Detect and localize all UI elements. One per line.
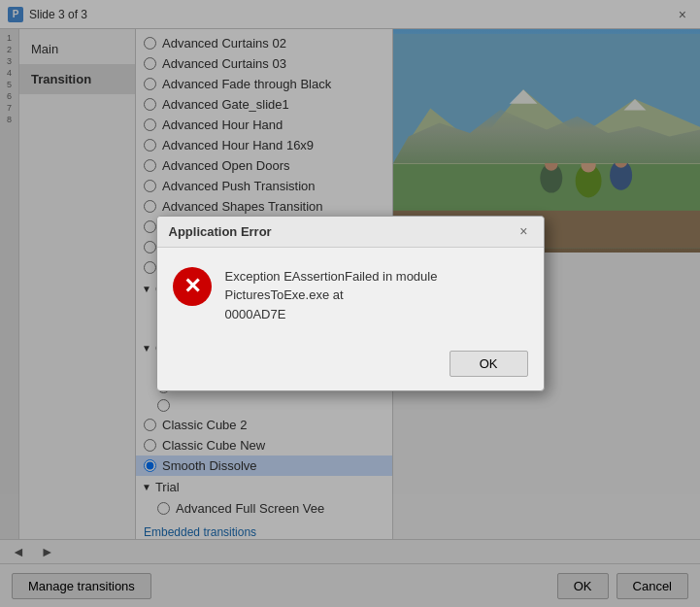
error-message: Exception EAssertionFailed in module Pic… [225, 267, 528, 324]
error-ok-button[interactable]: OK [450, 351, 528, 377]
error-dialog-title: Application Error [169, 224, 272, 239]
error-icon-symbol: ✕ [183, 274, 201, 299]
modal-overlay: Application Error × ✕ Exception EAsserti… [0, 0, 700, 607]
error-message-line1: Exception EAssertionFailed in module Pic… [225, 269, 438, 303]
error-dialog: Application Error × ✕ Exception EAsserti… [156, 216, 545, 392]
error-dialog-titlebar: Application Error × [157, 217, 544, 248]
error-message-line2: 0000AD7E [225, 307, 286, 321]
error-dialog-footer: OK [157, 343, 544, 390]
error-dialog-body: ✕ Exception EAssertionFailed in module P… [157, 248, 544, 344]
error-dialog-close-button[interactable]: × [516, 224, 531, 238]
error-icon: ✕ [173, 267, 212, 306]
